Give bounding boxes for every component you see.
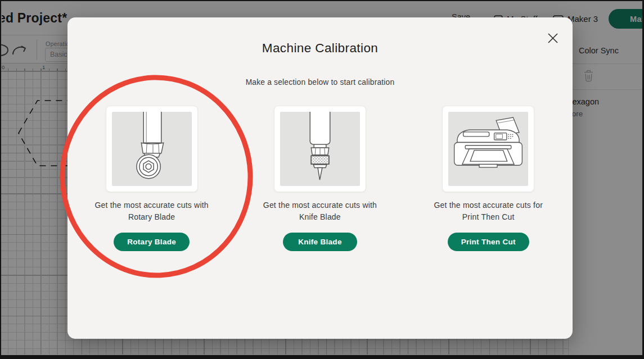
rotary-blade-description: Get the most accurate cuts with Rotary B… — [95, 199, 209, 223]
machine-calibration-dialog: Machine Calibration Make a selection bel… — [67, 17, 573, 339]
screenshot-border — [0, 0, 644, 1]
knife-blade-illustration — [280, 112, 360, 186]
knife-blade-image-card — [274, 106, 366, 192]
dialog-title: Machine Calibration — [67, 41, 573, 56]
print-then-cut-button[interactable]: Print Then Cut — [448, 233, 529, 251]
print-then-cut-image-card — [442, 106, 534, 192]
knife-blade-button[interactable]: Knife Blade — [283, 233, 357, 251]
knife-blade-card: Get the most accurate cuts with Knife Bl… — [236, 106, 404, 251]
rotary-blade-card: Get the most accurate cuts with Rotary B… — [67, 106, 236, 251]
dialog-subtitle: Make a selection below to start calibrat… — [67, 78, 573, 87]
printer-illustration — [448, 115, 528, 183]
rotary-blade-illustration — [112, 112, 192, 186]
calibration-options: Get the most accurate cuts with Rotary B… — [67, 106, 573, 251]
close-button[interactable] — [547, 32, 559, 44]
knife-blade-description: Get the most accurate cuts with Knife Bl… — [263, 199, 377, 223]
print-then-cut-description: Get the most accurate cuts for Print The… — [434, 199, 543, 223]
print-then-cut-card: Get the most accurate cuts for Print The… — [404, 106, 573, 251]
screenshot-root: Untitled Project* Save My Stuff Maker 3 … — [0, 0, 644, 359]
screenshot-border — [0, 355, 644, 359]
close-icon — [547, 32, 559, 44]
rotary-blade-image-card — [106, 106, 198, 192]
screenshot-border — [0, 0, 1, 359]
rotary-blade-button[interactable]: Rotary Blade — [114, 233, 190, 251]
